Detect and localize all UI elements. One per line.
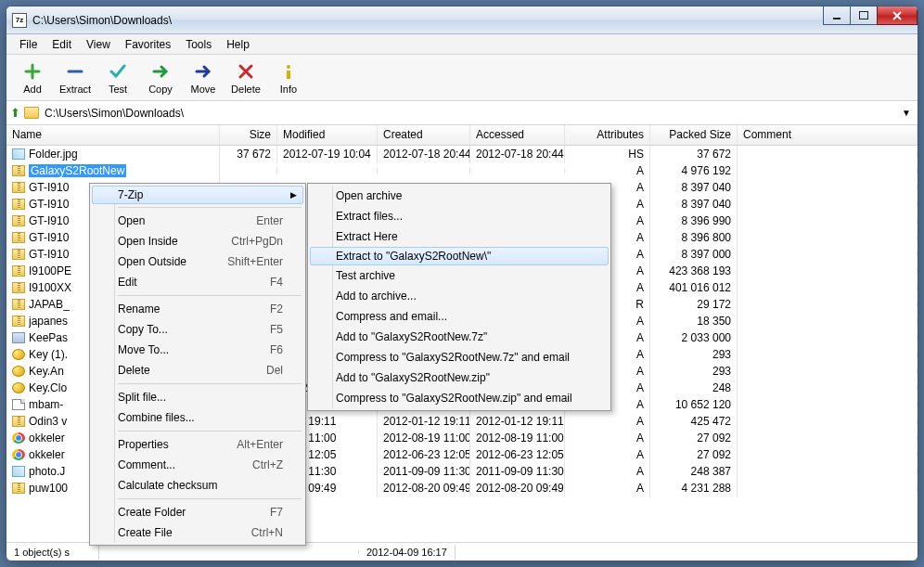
window-title: C:\Users\Simon\Downloads\ xyxy=(32,14,172,27)
toolbar: AddExtractTestCopyMoveDeleteInfo xyxy=(6,55,918,101)
close-button[interactable] xyxy=(877,6,918,25)
menu-item[interactable]: Create FolderF7 xyxy=(92,502,303,522)
menu-item[interactable]: Extract Here xyxy=(310,226,609,247)
menu-tools[interactable]: Tools xyxy=(178,35,219,54)
tool-extract-button[interactable]: Extract xyxy=(55,61,96,95)
key-icon xyxy=(12,382,25,393)
menu-item[interactable]: DeleteDel xyxy=(92,360,303,380)
table-row[interactable]: Folder.jpg37 6722012-07-19 10:042012-07-… xyxy=(6,146,918,162)
separator xyxy=(118,295,302,296)
column-size[interactable]: Size xyxy=(220,125,277,145)
exe-icon xyxy=(12,332,25,343)
menu-item[interactable]: Open OutsideShift+Enter xyxy=(92,251,303,272)
zip-icon xyxy=(12,265,25,277)
svg-point-9 xyxy=(287,65,290,69)
menubar: FileEditViewFavoritesToolsHelp xyxy=(6,34,918,55)
menu-edit[interactable]: Edit xyxy=(45,35,79,54)
separator xyxy=(118,207,302,208)
address-dropdown[interactable]: ▼ xyxy=(899,108,914,118)
folder-icon xyxy=(24,107,39,119)
zip-icon xyxy=(12,416,25,427)
address-bar: ⬆ ▼ xyxy=(6,101,918,125)
app-icon: 7z xyxy=(12,13,27,28)
zip-icon xyxy=(12,483,25,494)
minimize-button[interactable] xyxy=(823,6,851,25)
menu-item[interactable]: Add to "GalaxyS2RootNew.zip" xyxy=(310,367,609,388)
table-row[interactable]: GalaxyS2RootNewA4 976 192 xyxy=(6,162,918,179)
arrow-right-icon xyxy=(183,61,224,82)
img-icon xyxy=(12,466,25,477)
zip-icon xyxy=(12,282,25,293)
status-size xyxy=(99,550,359,554)
maximize-button[interactable] xyxy=(850,6,878,25)
column-comment[interactable]: Comment xyxy=(738,125,918,145)
menu-item[interactable]: Open InsideCtrl+PgDn xyxy=(92,231,303,251)
menu-item[interactable]: Add to "GalaxyS2RootNew.7z" xyxy=(310,327,609,347)
separator xyxy=(118,431,302,432)
zip-icon xyxy=(12,215,25,226)
key-icon xyxy=(12,349,25,360)
chrome-icon xyxy=(12,449,25,460)
tool-move-button[interactable]: Move xyxy=(183,61,224,95)
menu-item[interactable]: Test archive xyxy=(310,265,609,286)
column-created[interactable]: Created xyxy=(378,125,470,145)
context-menu-main[interactable]: 7-Zip▶OpenEnterOpen InsideCtrl+PgDnOpen … xyxy=(89,183,306,546)
menu-favorites[interactable]: Favorites xyxy=(118,35,178,54)
file-icon xyxy=(12,399,25,410)
menu-item[interactable]: Compress to "GalaxyS2RootNew.zip" and em… xyxy=(310,388,609,408)
menu-item[interactable]: Move To...F6 xyxy=(92,340,303,360)
column-name[interactable]: Name xyxy=(6,125,220,145)
status-date: 2012-04-09 16:17 xyxy=(359,545,456,560)
arrow-right-icon xyxy=(140,61,181,82)
menu-item[interactable]: Open archive xyxy=(310,186,609,206)
address-input[interactable] xyxy=(43,104,895,122)
menu-item[interactable]: Compress and email... xyxy=(310,306,609,327)
zip-icon xyxy=(12,316,25,327)
menu-item[interactable]: Compress to "GalaxyS2RootNew.7z" and ema… xyxy=(310,347,609,367)
menu-item[interactable]: Extract files... xyxy=(310,206,609,226)
minus-icon xyxy=(55,61,96,82)
tool-delete-button[interactable]: Delete xyxy=(225,61,266,95)
menu-item[interactable]: Extract to "GalaxyS2RootNew\" xyxy=(310,247,609,265)
menu-item[interactable]: Create FileCtrl+N xyxy=(92,522,303,543)
menu-view[interactable]: View xyxy=(79,35,118,54)
tool-info-button[interactable]: Info xyxy=(268,61,309,95)
tool-copy-button[interactable]: Copy xyxy=(140,61,181,95)
menu-item[interactable]: Comment...Ctrl+Z xyxy=(92,455,303,475)
check-icon xyxy=(97,61,138,82)
menu-item[interactable]: Add to archive... xyxy=(310,286,609,306)
key-icon xyxy=(12,366,25,377)
plus-icon xyxy=(12,61,53,82)
tool-test-button[interactable]: Test xyxy=(97,61,138,95)
menu-item[interactable]: Calculate checksum xyxy=(92,475,303,496)
img-icon xyxy=(12,148,25,160)
x-icon xyxy=(225,61,266,82)
column-packed-size[interactable]: Packed Size xyxy=(650,125,738,145)
tool-add-button[interactable]: Add xyxy=(12,61,53,95)
menu-item[interactable]: RenameF2 xyxy=(92,299,303,319)
menu-item[interactable]: 7-Zip▶ xyxy=(92,186,303,204)
menu-file[interactable]: File xyxy=(12,35,45,54)
separator xyxy=(118,498,302,499)
menu-item[interactable]: Combine files... xyxy=(92,407,303,428)
menu-help[interactable]: Help xyxy=(219,35,257,54)
zip-icon xyxy=(12,199,25,210)
separator xyxy=(118,383,302,384)
menu-item[interactable]: PropertiesAlt+Enter xyxy=(92,434,303,455)
zip-icon xyxy=(12,232,25,243)
chrome-icon xyxy=(12,432,25,444)
column-accessed[interactable]: Accessed xyxy=(470,125,565,145)
info-icon xyxy=(268,61,309,82)
up-icon[interactable]: ⬆ xyxy=(10,106,20,120)
zip-icon xyxy=(12,299,25,310)
context-menu-7zip[interactable]: Open archiveExtract files...Extract Here… xyxy=(307,183,611,411)
status-selection: 1 object(s) s xyxy=(6,545,99,560)
menu-item[interactable]: Copy To...F5 xyxy=(92,319,303,340)
menu-item[interactable]: EditF4 xyxy=(92,272,303,292)
column-modified[interactable]: Modified xyxy=(277,125,378,145)
menu-item[interactable]: OpenEnter xyxy=(92,211,303,231)
zip-icon xyxy=(12,165,25,176)
submenu-arrow-icon: ▶ xyxy=(290,190,297,200)
column-attributes[interactable]: Attributes xyxy=(565,125,650,145)
menu-item[interactable]: Split file... xyxy=(92,387,303,407)
